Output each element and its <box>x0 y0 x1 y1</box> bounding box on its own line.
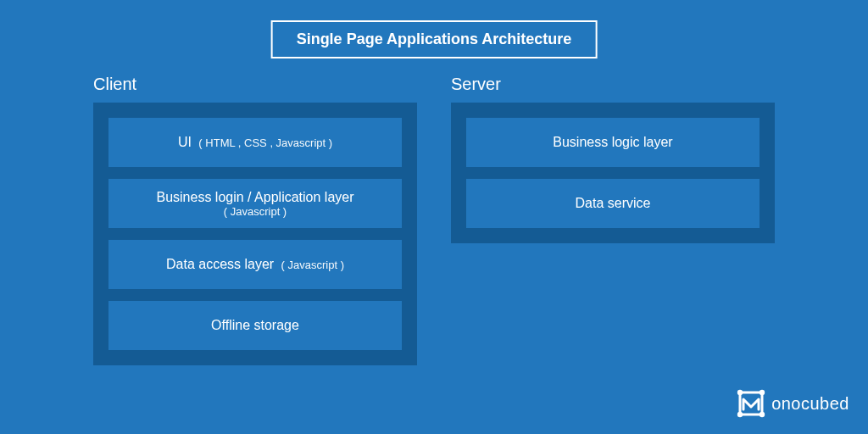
client-layer-ui-sub: ( HTML , CSS , Javascript ) <box>198 136 332 149</box>
server-layer-business-main: Business logic layer <box>553 135 672 150</box>
client-layer-data-access-sub: ( Javascript ) <box>281 259 344 271</box>
svg-point-2 <box>760 390 765 395</box>
client-layer-ui-main: UI <box>178 135 192 149</box>
client-layer-ui: UI ( HTML , CSS , Javascript ) <box>108 118 402 167</box>
client-layer-business-sub: ( Javascript ) <box>224 205 287 218</box>
columns-row: Client UI ( HTML , CSS , Javascript ) Bu… <box>0 75 868 365</box>
svg-point-1 <box>737 390 743 395</box>
brand-text: onocubed <box>771 394 849 414</box>
diagram-title: Single Page Applications Architecture <box>271 20 598 58</box>
client-layer-data-access: Data access layer ( Javascript ) <box>108 240 402 289</box>
client-layer-offline-storage: Offline storage <box>108 301 402 350</box>
server-label: Server <box>451 75 775 94</box>
client-layer-business: Business login / Application layer ( Jav… <box>108 179 402 228</box>
svg-point-3 <box>737 412 743 417</box>
client-label: Client <box>93 75 417 94</box>
server-layer-data-service: Data service <box>466 179 760 228</box>
client-layer-business-main: Business login / Application layer <box>156 190 353 205</box>
client-layer-data-access-main: Data access layer <box>166 257 274 271</box>
client-column: Client UI ( HTML , CSS , Javascript ) Bu… <box>93 75 417 365</box>
client-layer-offline-main: Offline storage <box>211 318 299 333</box>
client-box: UI ( HTML , CSS , Javascript ) Business … <box>93 103 417 365</box>
diagram-title-text: Single Page Applications Architecture <box>297 31 572 47</box>
brand-logo: onocubed <box>736 388 849 419</box>
server-layer-data-service-main: Data service <box>576 196 651 211</box>
server-box: Business logic layer Data service <box>451 103 775 243</box>
monocubed-logo-icon <box>736 388 766 419</box>
server-layer-business-logic: Business logic layer <box>466 118 760 167</box>
server-column: Server Business logic layer Data service <box>451 75 775 365</box>
svg-point-4 <box>760 412 765 417</box>
